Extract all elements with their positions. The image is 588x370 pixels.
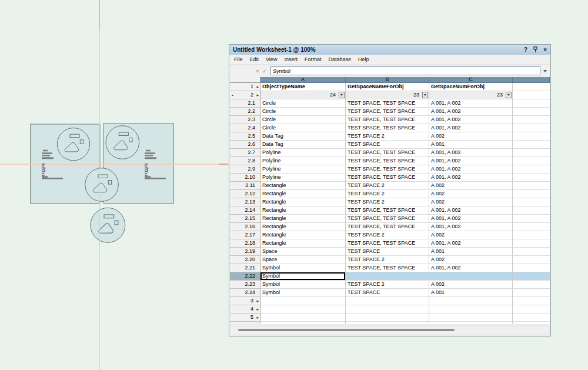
grid-cell[interactable]: TEST SPACE, TEST SPACE	[346, 124, 429, 132]
grid-cell[interactable]: TEST SPACE, TEST SPACE	[346, 108, 429, 116]
grid-cell[interactable]: Symbol	[260, 264, 346, 272]
grid-cell[interactable]: Space	[260, 256, 346, 264]
grid-cell[interactable]: TEST SPACE, TEST SPACE	[346, 174, 429, 182]
grid-cell[interactable]	[513, 157, 550, 165]
grid-cell[interactable]	[513, 124, 550, 132]
row-header-cell[interactable]: 2.3	[230, 116, 260, 124]
menu-item-help[interactable]: Help	[355, 56, 373, 62]
grid-cell[interactable]: Symbol	[260, 272, 346, 281]
grid-cell[interactable]	[513, 239, 550, 248]
grid-cell[interactable]: A 001, A 002	[429, 223, 513, 231]
grid-cell[interactable]	[260, 305, 346, 314]
grid-cell[interactable]: A 001, A 002	[429, 124, 513, 132]
grid-cell[interactable]	[346, 314, 429, 322]
grid-cell[interactable]: A 001, A 002	[429, 116, 513, 124]
grid-cell[interactable]	[513, 116, 550, 124]
grid-cell[interactable]: TEST SPACE, TEST SPACE	[346, 239, 429, 248]
grid-cell[interactable]	[513, 190, 550, 198]
menu-item-insert[interactable]: Insert	[280, 56, 301, 62]
grid-cell[interactable]: 23	[429, 91, 513, 99]
grid-cell[interactable]: Rectangle	[260, 206, 346, 215]
grid-cell[interactable]: A 002	[429, 182, 513, 190]
grid-cell[interactable]	[513, 174, 550, 182]
cancel-icon[interactable]: ×	[254, 68, 261, 74]
grid-cell[interactable]: A 002	[429, 231, 513, 239]
row-header-cell[interactable]: 2.18	[230, 239, 260, 248]
grid-cell[interactable]: GetSpaceNumForObj	[429, 83, 513, 91]
row-header-cell[interactable]: 2.2	[230, 108, 260, 116]
grid-cell[interactable]: A 001, A 002	[429, 108, 513, 116]
menu-item-file[interactable]: File	[230, 56, 246, 62]
row-header-cell[interactable]: 2.11	[230, 182, 260, 190]
row-header-cell[interactable]: 2.5	[230, 132, 260, 141]
grid-cell[interactable]: Symbol	[260, 281, 346, 289]
grid-cell[interactable]	[513, 99, 550, 108]
grid-cell[interactable]	[513, 132, 550, 141]
row-header-cell[interactable]: 2.24	[230, 289, 260, 297]
row-header-cell[interactable]: 2.6	[230, 141, 260, 149]
row-header-cell[interactable]: 2.21	[230, 264, 260, 272]
grid-cell[interactable]: A 002	[429, 198, 513, 206]
collapse-dot-icon[interactable]: •	[232, 91, 233, 99]
grid-cell[interactable]	[513, 141, 550, 149]
grid-cell[interactable]: Data Tag	[260, 141, 346, 149]
grid-cell[interactable]: A 002	[429, 281, 513, 289]
grid-cell[interactable]: A 001, A 002	[429, 99, 513, 108]
row-header-cell[interactable]: 2▸•	[230, 91, 260, 99]
grid-cell[interactable]	[260, 314, 346, 322]
symbol-circle-bottom[interactable]	[91, 208, 125, 242]
grid-cell[interactable]: TEST SPACE, TEST SPACE	[346, 264, 429, 272]
row-header-cell[interactable]: 2.23	[230, 281, 260, 289]
grid-cell[interactable]: Circle	[260, 124, 346, 132]
grid-cell[interactable]: A 001, A 002	[429, 165, 513, 174]
grid-cell[interactable]: Polyline	[260, 149, 346, 157]
symbol-circle-left[interactable]	[57, 128, 89, 161]
grid-cell[interactable]: Rectangle	[260, 231, 346, 239]
grid-cell[interactable]: TEST SPACE, TEST SPACE	[346, 206, 429, 215]
grid-cell[interactable]: Circle	[260, 108, 346, 116]
horizontal-scrollbar[interactable]	[230, 326, 549, 334]
grid-cell[interactable]: A 001	[429, 248, 513, 256]
grid-cell[interactable]	[513, 108, 550, 116]
grid-cell[interactable]	[513, 149, 550, 157]
grid-cell[interactable]: A 001, A 002	[429, 264, 513, 272]
row-header-cell[interactable]: 2.20	[230, 256, 260, 264]
grid-cell[interactable]: A 001, A 002	[429, 239, 513, 248]
close-icon[interactable]: ×	[543, 47, 547, 53]
grid-cell[interactable]	[429, 305, 513, 314]
grid-cell[interactable]: A 001	[429, 141, 513, 149]
grid-cell[interactable]: TEST SPACE, TEST SPACE	[346, 157, 429, 165]
row-header-cell[interactable]: 2.7	[230, 149, 260, 157]
grid-cell[interactable]: TEST SPACE, TEST SPACE	[346, 223, 429, 231]
grid-cell[interactable]	[346, 297, 429, 305]
grid-cell[interactable]: Circle	[260, 99, 346, 108]
row-header-cell[interactable]: 2.1	[230, 99, 260, 108]
grid-cell[interactable]: A 002	[429, 256, 513, 264]
grid-cell[interactable]: A 001	[429, 289, 513, 297]
grid-cell[interactable]	[513, 165, 550, 174]
grid-cell[interactable]	[513, 231, 550, 239]
row-header-cell[interactable]: 2.17	[230, 231, 260, 239]
grid-cell[interactable]	[429, 272, 513, 281]
grid-cell[interactable]: Rectangle	[260, 239, 346, 248]
grid-cell[interactable]: GetSpaceNameForObj	[346, 83, 429, 91]
row-header-cell[interactable]: 3▸	[230, 297, 260, 305]
column-header-extra[interactable]	[513, 77, 550, 83]
grid-cell[interactable]	[513, 272, 550, 281]
row-header-cell[interactable]: 2.4	[230, 124, 260, 132]
grid-cell[interactable]: 23	[346, 91, 429, 99]
column-header-a[interactable]: A	[260, 77, 346, 83]
expand-arrow-icon[interactable]: ▸	[256, 305, 259, 313]
menu-item-edit[interactable]: Edit	[246, 56, 263, 62]
row-header-cell[interactable]: 2.19	[230, 248, 260, 256]
menu-item-database[interactable]: Database	[325, 56, 355, 62]
filter-button[interactable]	[339, 92, 345, 98]
grid-cell[interactable]	[429, 314, 513, 322]
grid-cell[interactable]	[513, 206, 550, 215]
grid-cell[interactable]	[429, 297, 513, 305]
help-icon[interactable]: ?	[524, 47, 527, 53]
grid-cell[interactable]: TEST SPACE	[346, 141, 429, 149]
accept-icon[interactable]: ✓	[261, 68, 268, 74]
expand-arrow-icon[interactable]: ▸	[256, 297, 259, 305]
grid-cell[interactable]	[513, 91, 550, 99]
